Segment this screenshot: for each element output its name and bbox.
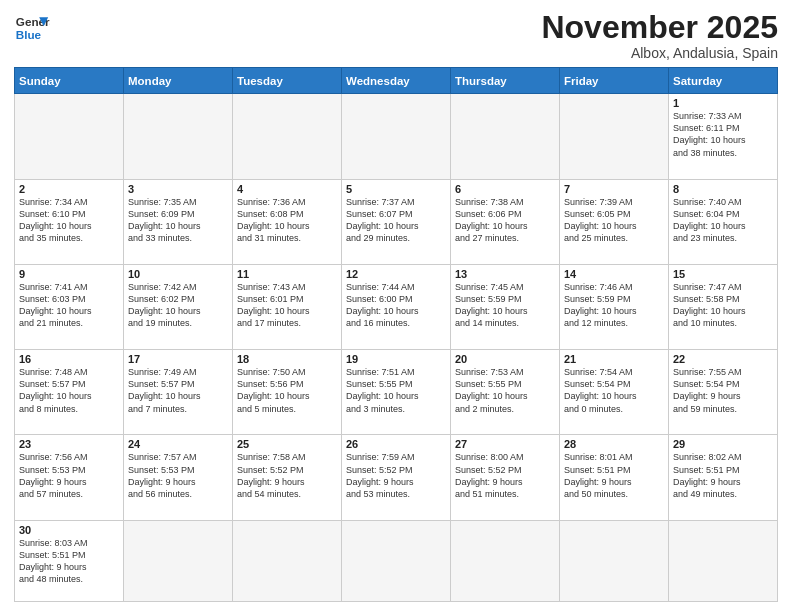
day-number: 20 xyxy=(455,353,555,365)
day-number: 6 xyxy=(455,183,555,195)
calendar-cell xyxy=(451,520,560,601)
location: Albox, Andalusia, Spain xyxy=(541,45,778,61)
day-info: Sunrise: 8:00 AM Sunset: 5:52 PM Dayligh… xyxy=(455,451,555,500)
header-friday: Friday xyxy=(560,68,669,94)
day-number: 9 xyxy=(19,268,119,280)
calendar-cell: 16Sunrise: 7:48 AM Sunset: 5:57 PM Dayli… xyxy=(15,350,124,435)
header-monday: Monday xyxy=(124,68,233,94)
calendar-cell: 9Sunrise: 7:41 AM Sunset: 6:03 PM Daylig… xyxy=(15,264,124,349)
calendar-cell: 23Sunrise: 7:56 AM Sunset: 5:53 PM Dayli… xyxy=(15,435,124,520)
day-number: 7 xyxy=(564,183,664,195)
weekday-header-row: Sunday Monday Tuesday Wednesday Thursday… xyxy=(15,68,778,94)
calendar-cell: 6Sunrise: 7:38 AM Sunset: 6:06 PM Daylig… xyxy=(451,179,560,264)
calendar-cell: 17Sunrise: 7:49 AM Sunset: 5:57 PM Dayli… xyxy=(124,350,233,435)
calendar-cell xyxy=(124,94,233,179)
day-info: Sunrise: 7:34 AM Sunset: 6:10 PM Dayligh… xyxy=(19,196,119,245)
calendar-cell xyxy=(124,520,233,601)
day-info: Sunrise: 7:39 AM Sunset: 6:05 PM Dayligh… xyxy=(564,196,664,245)
day-info: Sunrise: 7:40 AM Sunset: 6:04 PM Dayligh… xyxy=(673,196,773,245)
day-info: Sunrise: 7:54 AM Sunset: 5:54 PM Dayligh… xyxy=(564,366,664,415)
day-number: 13 xyxy=(455,268,555,280)
calendar-cell: 27Sunrise: 8:00 AM Sunset: 5:52 PM Dayli… xyxy=(451,435,560,520)
day-number: 11 xyxy=(237,268,337,280)
day-number: 26 xyxy=(346,438,446,450)
day-info: Sunrise: 7:35 AM Sunset: 6:09 PM Dayligh… xyxy=(128,196,228,245)
header-wednesday: Wednesday xyxy=(342,68,451,94)
day-info: Sunrise: 8:01 AM Sunset: 5:51 PM Dayligh… xyxy=(564,451,664,500)
day-number: 27 xyxy=(455,438,555,450)
day-info: Sunrise: 7:57 AM Sunset: 5:53 PM Dayligh… xyxy=(128,451,228,500)
day-number: 1 xyxy=(673,97,773,109)
calendar-cell: 26Sunrise: 7:59 AM Sunset: 5:52 PM Dayli… xyxy=(342,435,451,520)
day-number: 17 xyxy=(128,353,228,365)
calendar-cell xyxy=(560,520,669,601)
calendar-cell xyxy=(342,520,451,601)
calendar-cell: 24Sunrise: 7:57 AM Sunset: 5:53 PM Dayli… xyxy=(124,435,233,520)
header-saturday: Saturday xyxy=(669,68,778,94)
day-info: Sunrise: 7:44 AM Sunset: 6:00 PM Dayligh… xyxy=(346,281,446,330)
day-info: Sunrise: 7:36 AM Sunset: 6:08 PM Dayligh… xyxy=(237,196,337,245)
day-info: Sunrise: 7:46 AM Sunset: 5:59 PM Dayligh… xyxy=(564,281,664,330)
day-info: Sunrise: 8:03 AM Sunset: 5:51 PM Dayligh… xyxy=(19,537,119,586)
calendar-cell xyxy=(233,94,342,179)
calendar-cell: 28Sunrise: 8:01 AM Sunset: 5:51 PM Dayli… xyxy=(560,435,669,520)
day-number: 23 xyxy=(19,438,119,450)
header: General Blue November 2025 Albox, Andalu… xyxy=(14,10,778,61)
header-tuesday: Tuesday xyxy=(233,68,342,94)
calendar-cell: 8Sunrise: 7:40 AM Sunset: 6:04 PM Daylig… xyxy=(669,179,778,264)
day-number: 30 xyxy=(19,524,119,536)
calendar-cell: 14Sunrise: 7:46 AM Sunset: 5:59 PM Dayli… xyxy=(560,264,669,349)
header-sunday: Sunday xyxy=(15,68,124,94)
day-info: Sunrise: 7:50 AM Sunset: 5:56 PM Dayligh… xyxy=(237,366,337,415)
calendar-cell: 21Sunrise: 7:54 AM Sunset: 5:54 PM Dayli… xyxy=(560,350,669,435)
calendar-cell: 7Sunrise: 7:39 AM Sunset: 6:05 PM Daylig… xyxy=(560,179,669,264)
calendar-week-5: 23Sunrise: 7:56 AM Sunset: 5:53 PM Dayli… xyxy=(15,435,778,520)
calendar-cell: 11Sunrise: 7:43 AM Sunset: 6:01 PM Dayli… xyxy=(233,264,342,349)
calendar: Sunday Monday Tuesday Wednesday Thursday… xyxy=(14,67,778,602)
day-number: 8 xyxy=(673,183,773,195)
day-info: Sunrise: 7:49 AM Sunset: 5:57 PM Dayligh… xyxy=(128,366,228,415)
day-number: 12 xyxy=(346,268,446,280)
day-info: Sunrise: 7:41 AM Sunset: 6:03 PM Dayligh… xyxy=(19,281,119,330)
calendar-cell: 18Sunrise: 7:50 AM Sunset: 5:56 PM Dayli… xyxy=(233,350,342,435)
calendar-cell: 4Sunrise: 7:36 AM Sunset: 6:08 PM Daylig… xyxy=(233,179,342,264)
day-number: 14 xyxy=(564,268,664,280)
month-title: November 2025 xyxy=(541,10,778,45)
calendar-cell: 30Sunrise: 8:03 AM Sunset: 5:51 PM Dayli… xyxy=(15,520,124,601)
calendar-cell: 10Sunrise: 7:42 AM Sunset: 6:02 PM Dayli… xyxy=(124,264,233,349)
header-thursday: Thursday xyxy=(451,68,560,94)
day-info: Sunrise: 8:02 AM Sunset: 5:51 PM Dayligh… xyxy=(673,451,773,500)
calendar-week-2: 2Sunrise: 7:34 AM Sunset: 6:10 PM Daylig… xyxy=(15,179,778,264)
day-info: Sunrise: 7:47 AM Sunset: 5:58 PM Dayligh… xyxy=(673,281,773,330)
day-info: Sunrise: 7:59 AM Sunset: 5:52 PM Dayligh… xyxy=(346,451,446,500)
svg-text:Blue: Blue xyxy=(16,28,42,41)
day-number: 3 xyxy=(128,183,228,195)
day-info: Sunrise: 7:51 AM Sunset: 5:55 PM Dayligh… xyxy=(346,366,446,415)
day-info: Sunrise: 7:38 AM Sunset: 6:06 PM Dayligh… xyxy=(455,196,555,245)
day-info: Sunrise: 7:58 AM Sunset: 5:52 PM Dayligh… xyxy=(237,451,337,500)
calendar-week-3: 9Sunrise: 7:41 AM Sunset: 6:03 PM Daylig… xyxy=(15,264,778,349)
day-info: Sunrise: 7:37 AM Sunset: 6:07 PM Dayligh… xyxy=(346,196,446,245)
calendar-week-4: 16Sunrise: 7:48 AM Sunset: 5:57 PM Dayli… xyxy=(15,350,778,435)
day-info: Sunrise: 7:53 AM Sunset: 5:55 PM Dayligh… xyxy=(455,366,555,415)
day-number: 24 xyxy=(128,438,228,450)
day-info: Sunrise: 7:56 AM Sunset: 5:53 PM Dayligh… xyxy=(19,451,119,500)
calendar-cell xyxy=(15,94,124,179)
day-number: 16 xyxy=(19,353,119,365)
calendar-cell: 12Sunrise: 7:44 AM Sunset: 6:00 PM Dayli… xyxy=(342,264,451,349)
day-number: 28 xyxy=(564,438,664,450)
calendar-cell: 15Sunrise: 7:47 AM Sunset: 5:58 PM Dayli… xyxy=(669,264,778,349)
calendar-cell: 22Sunrise: 7:55 AM Sunset: 5:54 PM Dayli… xyxy=(669,350,778,435)
day-number: 15 xyxy=(673,268,773,280)
calendar-cell: 25Sunrise: 7:58 AM Sunset: 5:52 PM Dayli… xyxy=(233,435,342,520)
calendar-week-1: 1Sunrise: 7:33 AM Sunset: 6:11 PM Daylig… xyxy=(15,94,778,179)
day-info: Sunrise: 7:33 AM Sunset: 6:11 PM Dayligh… xyxy=(673,110,773,159)
day-number: 10 xyxy=(128,268,228,280)
calendar-cell: 2Sunrise: 7:34 AM Sunset: 6:10 PM Daylig… xyxy=(15,179,124,264)
calendar-cell: 3Sunrise: 7:35 AM Sunset: 6:09 PM Daylig… xyxy=(124,179,233,264)
day-info: Sunrise: 7:48 AM Sunset: 5:57 PM Dayligh… xyxy=(19,366,119,415)
logo-icon: General Blue xyxy=(14,10,50,46)
day-number: 25 xyxy=(237,438,337,450)
calendar-cell: 5Sunrise: 7:37 AM Sunset: 6:07 PM Daylig… xyxy=(342,179,451,264)
day-number: 22 xyxy=(673,353,773,365)
